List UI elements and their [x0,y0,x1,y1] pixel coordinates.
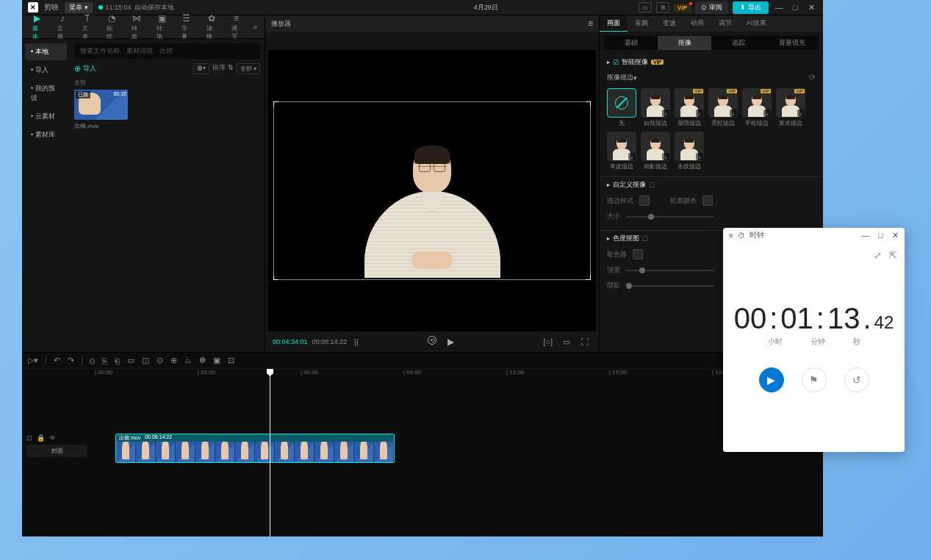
video-frame[interactable] [273,101,591,280]
tab-transition[interactable]: ▣转场 [149,11,174,43]
pin-icon[interactable]: ⇱ [889,250,897,261]
tab-sticker[interactable]: ◔贴纸 [99,11,124,43]
close-button[interactable]: ✕ [805,1,817,13]
sw-minimize-button[interactable]: — [861,231,869,240]
rotate-handle-icon[interactable]: ⟲ [428,336,436,345]
tab-more-button[interactable]: » [248,21,262,33]
stroke-preset-2[interactable]: VIP↓渐隐描边 [675,88,704,127]
tab-adjust-r[interactable]: 调节 [711,15,739,32]
image-icon[interactable]: ⊡ [228,356,234,365]
tab-media[interactable]: ▶媒体 [25,11,50,43]
view-grid-button[interactable]: ▦▾ [193,63,209,74]
layout-icon-2[interactable]: ⊞ [656,2,669,12]
tab-speed[interactable]: 变速 [655,15,683,32]
cover-icon[interactable]: ▣ [213,356,220,365]
minimize-button[interactable]: — [773,1,785,13]
media-clip-item[interactable]: 已加 08:15 出镜.mov [74,90,128,130]
tab-animation[interactable]: 动画 [683,15,711,32]
tab-filter[interactable]: ✿滤镜 [199,11,224,43]
fullscreen-icon[interactable]: ⛶ [578,337,592,346]
filter-all-button[interactable]: 全部 ▾ [237,63,260,74]
section-custom-stroke[interactable]: 自定义抠像 ☐ [600,177,823,193]
sidebar-item-cloud[interactable]: 云素材 [25,108,67,125]
sw-menu-icon[interactable]: ≡ [729,231,733,240]
sw-maximize-button[interactable]: □ [878,231,883,240]
sort-button[interactable]: 排序 ⇅ [212,63,234,74]
sticker-icon: ◔ [108,13,115,24]
media-sidebar: 本地 导入 我的预设 云素材 素材库 [22,39,70,352]
freeze-icon[interactable]: ❆ [199,356,206,365]
sw-close-button[interactable]: ✕ [892,231,899,240]
shadow-slider[interactable] [626,285,714,287]
record-icon[interactable]: ⊕ [170,356,177,365]
strength-slider[interactable] [626,270,714,271]
stroke-preset-5[interactable]: VIP↓发光描边 [776,88,805,127]
stroke-preset-8[interactable]: ↓水纹描边 [675,132,704,170]
sidebar-item-import[interactable]: 导入 [25,62,67,79]
video-clip[interactable]: 出镜.mov 00:08:14:22 [115,434,395,463]
subtab-bgfill[interactable]: 背景填充 [765,36,819,50]
mic-icon[interactable]: ♨ [184,356,192,365]
maximize-button[interactable]: □ [789,1,801,13]
lock-track-icon[interactable]: ⊡ [26,434,32,442]
stroke-preset-1[interactable]: ↓自然描边 [641,88,670,127]
mute-track-icon[interactable]: 🔒 [37,434,45,442]
vip-badge[interactable]: VIP [674,4,691,12]
tab-adjust[interactable]: ≡调节 [224,11,249,43]
tab-audio-r[interactable]: 音频 [628,15,655,32]
redo-icon[interactable]: ↷ [68,356,74,365]
search-input[interactable]: 搜索文件名称、素材说明、台词 [74,43,260,59]
section-smart-cutout[interactable]: ☑ 智能抠像 VIP [600,54,823,70]
cut-right-icon[interactable]: ⎗ [115,356,120,365]
import-button[interactable]: 导入 [74,64,96,73]
stroke-preset-3[interactable]: VIP↓霓虹描边 [708,88,738,127]
picker-chip[interactable] [633,249,643,259]
tab-caption[interactable]: ☰字幕 [174,11,199,43]
preview-viewport[interactable]: ⟲ [268,50,596,331]
delete-icon[interactable]: ▭ [127,356,134,365]
cut-left-icon[interactable]: ⎘ [102,356,107,365]
playhead[interactable] [270,369,270,536]
tab-text[interactable]: T文本 [75,11,100,43]
cover-button[interactable]: 封面 [26,445,87,457]
sidebar-item-library[interactable]: 素材库 [25,126,67,143]
subtab-track[interactable]: 追踪 [711,36,765,50]
expand-icon[interactable]: ⤢ [874,250,882,261]
export-button[interactable]: ⬆ 导出 [733,1,769,14]
sidebar-item-preset[interactable]: 我的预设 [25,80,67,107]
refresh-icon[interactable]: ⟳ [809,73,816,82]
stopwatch-reset-button[interactable]: ↺ [844,367,869,392]
stroke-preset-7[interactable]: ↓倒影描边 [641,132,670,170]
split-icon[interactable]: ⎙ [90,356,95,365]
current-time: 00:04:34:01 [273,338,308,345]
timeline-ruler[interactable]: | 00:00| 03:00| 06:00| 09:00| 12:00| 15:… [92,369,823,379]
play-button[interactable]: ▶ [366,337,536,347]
tab-ai[interactable]: AI效果 [739,15,774,32]
tab-effect[interactable]: ⋈特效 [124,11,149,43]
color-chip-2[interactable] [702,195,713,206]
stopwatch-play-button[interactable]: ▶ [759,367,784,392]
timeline-tracks[interactable]: | 00:00| 03:00| 06:00| 09:00| 12:00| 15:… [92,369,823,536]
volume-icon[interactable]: || [351,337,362,346]
stroke-preset-6[interactable]: ↓羊皮描边 [607,132,636,170]
review-button[interactable]: ⊙ 审阅 [695,1,728,14]
subtab-basic[interactable]: 基础 [604,36,658,50]
color-chip[interactable] [639,195,650,206]
size-slider[interactable] [626,216,714,218]
pointer-tool-icon[interactable]: ▷▾ [28,356,38,365]
undo-icon[interactable]: ↶ [54,356,60,365]
eye-track-icon[interactable]: 👁 [49,434,56,442]
stroke-preset-0[interactable]: 无 [607,88,636,127]
layout-icon-1[interactable]: ▭ [639,2,652,12]
tab-picture[interactable]: 画面 [600,15,628,32]
speed-icon[interactable]: ⊙ [157,356,163,365]
tab-audio[interactable]: ♪音频 [50,11,75,43]
stroke-preset-4[interactable]: VIP↓手绘描边 [742,88,772,127]
crop-tl-icon[interactable]: ◫ [142,356,149,365]
subtab-cutout[interactable]: 抠像 [658,36,711,50]
ratio-icon[interactable]: ▭ [560,337,573,347]
crop-icon[interactable]: [○] [540,337,556,346]
stopwatch-lap-button[interactable]: ⚑ [802,367,827,392]
sidebar-item-local[interactable]: 本地 [25,43,67,60]
preview-menu-icon[interactable]: ≡ [588,18,593,29]
